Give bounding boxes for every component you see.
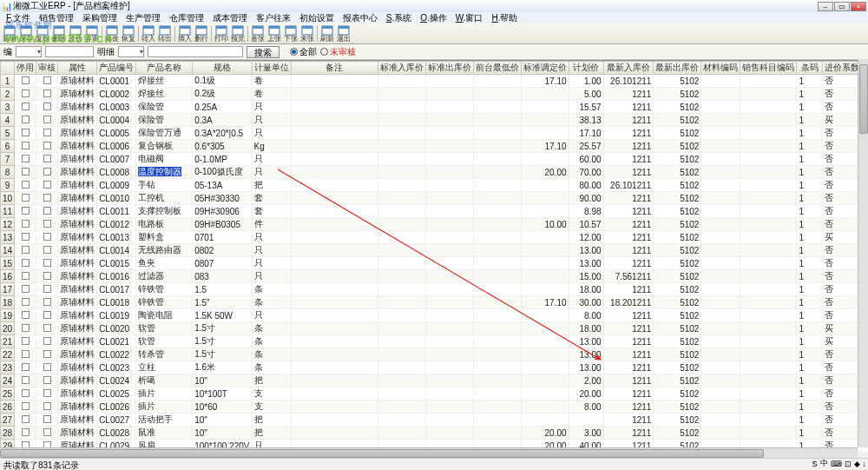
table-row[interactable]: 20原辅材料CL0020软管1.5寸条18.00121151021买 [1,322,869,335]
discard-button[interactable]: 弃审 [84,25,100,43]
table-row[interactable]: 6原辅材料CL0006复合钢板0.6*305Kg17.1025.57121151… [1,140,869,153]
table-row[interactable]: 2原辅材料CL0002焊接丝0.2级卷5.00121151021否 [1,88,869,101]
recover-button[interactable]: 恢复 [121,25,136,43]
menu-item-4[interactable]: 仓库管理 [165,12,208,23]
table-row[interactable]: 15原辅材料CL0015鱼夹0807只13.00121151021否 [1,257,869,270]
tray-icon[interactable]: S [812,460,817,468]
menu-item-5[interactable]: 成本管理 [208,12,252,23]
col-10[interactable]: 标准出库价 [425,62,473,75]
col-0[interactable] [1,62,15,75]
delrow-button[interactable]: 删行 [194,25,209,43]
col-16[interactable]: 材料编码 [701,62,740,75]
menu-item-11[interactable]: W.窗口 [451,12,488,23]
col-9[interactable]: 标准入库价 [378,62,425,75]
close-button[interactable]: × [851,2,866,11]
tray-icon[interactable]: 中 [820,458,828,469]
menu-item-10[interactable]: O.操作 [416,12,451,23]
import-button[interactable]: 转入 [141,25,156,43]
menu-item-2[interactable]: 采购管理 [78,12,122,23]
table-row[interactable]: 25原辅材料CL0025插片10*100T支20.00121151021否 [1,387,869,400]
tray-icon[interactable]: ◆ [854,460,860,468]
col-2[interactable]: 审核 [36,62,58,75]
new-button[interactable]: 新增 [2,25,17,43]
copy-button[interactable]: 复制 [35,25,50,43]
menu-item-0[interactable]: F.文件 [2,12,35,23]
menu-item-6[interactable]: 客户往来 [252,12,295,23]
modify2-button[interactable]: 修改 [104,25,120,43]
filter-dropdown-2[interactable] [118,46,144,57]
table-row[interactable]: 13原辅材料CL0013塑料盒0701只12.00121151021买 [1,231,869,244]
col-13[interactable]: 计划价 [569,62,603,75]
col-18[interactable]: 条码 [797,62,823,75]
table-row[interactable]: 7原辅材料CL0007电磁阀0-1.0MP只60.00121151021否 [1,153,869,166]
table-row[interactable]: 17原辅材料CL0017锌铁管1.5条18.00121151021否 [1,283,869,296]
refresh-button[interactable]: 刷新 [319,25,335,43]
table-row[interactable]: 23原辅材料CL0023立柱1.6米条13.00121151021否 [1,361,869,374]
table-row[interactable]: 26原辅材料CL0026插片10*60支8.00121151021否 [1,400,869,414]
filter-input-2[interactable] [148,46,243,57]
col-1[interactable]: 停用 [15,62,36,75]
col-14[interactable]: 最新入库价 [603,62,654,75]
grid-container[interactable]: 停用审核属性产品编号产品名称规格计量单位备注标准入库价标准出库价前台最低价标准调… [0,60,868,452]
col-4[interactable]: 产品编号 [97,62,136,75]
col-6[interactable]: 规格 [193,62,252,75]
scrollbar-horizontal[interactable] [0,447,858,458]
print-button[interactable]: 打印 [214,25,229,43]
filter-input-1[interactable] [45,46,94,57]
export-button[interactable]: 转出 [157,25,173,43]
table-row[interactable]: 8原辅材料CL0008温度控制器0-100摄氏度只20.0070.0012115… [1,166,869,179]
table-row[interactable]: 21原辅材料CL0021软管1.5寸条13.00121151021买 [1,335,869,348]
table-row[interactable]: 3原辅材料CL0003保险管0.25A只15.57121151021否 [1,101,869,114]
col-12[interactable]: 标准调定价 [521,62,569,75]
table-row[interactable]: 11原辅材料CL0011支撑控制板09H#30906套8.98121151021… [1,205,869,218]
col-3[interactable]: 属性 [58,62,97,75]
last-button[interactable]: 末张 [299,25,315,43]
col-5[interactable]: 产品名称 [136,62,193,75]
prev-button[interactable]: 上张 [266,25,282,43]
table-row[interactable]: 18原辅材料CL0018锌铁管1.5"条17.1030.0018.2012115… [1,296,869,309]
max-button[interactable]: ▭ [834,2,850,11]
menu-item-1[interactable]: 销售管理 [35,12,78,23]
table-row[interactable]: 4原辅材料CL0004保险管0.3A只38.13121151021买 [1,114,869,127]
table-row[interactable]: 22原辅材料CL0022转杀管1.5寸条13.00121151021否 [1,348,869,361]
menu-item-7[interactable]: 初始设置 [295,12,339,23]
table-row[interactable]: 5原辅材料CL0005保险管万通0.3A*20*|0.5只17.10121151… [1,127,869,140]
tray-icon[interactable]: ⊡ [845,460,852,468]
tray-icon[interactable]: ⌨ [831,460,842,468]
data-grid[interactable]: 停用审核属性产品编号产品名称规格计量单位备注标准入库价标准出库价前台最低价标准调… [0,61,868,452]
exit-button[interactable]: 退出 [336,25,352,43]
table-row[interactable]: 1原辅材料CL0001焊接丝0.1级卷17.101.0026.101211510… [1,75,869,88]
menu-item-3[interactable]: 生产管理 [122,12,165,23]
table-row[interactable]: 19原辅材料CL0019陶瓷电阻1.5K 50W只8.00121151021否 [1,309,869,322]
table-row[interactable]: 28原辅材料CL0028鼠准10"把20.003.00121151021否1 [1,427,869,440]
menu-item-8[interactable]: 报表中心 [339,12,382,23]
scrollbar-vertical[interactable] [858,59,868,447]
table-row[interactable]: 14原辅材料CL0014无线路由器0802只13.00121151021否 [1,244,869,257]
modify-button[interactable]: 改价 [68,25,83,43]
table-row[interactable]: 12原辅材料CL0012电路板09H#B0305件10.0010.5712115… [1,218,869,231]
menu-item-9[interactable]: S.系统 [382,12,416,23]
filter-dropdown-1[interactable] [16,46,42,57]
table-row[interactable]: 16原辅材料CL0016过滤器083只15.007.56121151021否 [1,270,869,283]
first-button[interactable]: 首张 [250,25,266,43]
table-row[interactable]: 10原辅材料CL0010工控机05H#30330套90.00121151021否 [1,192,869,205]
menu-item-12[interactable]: H.帮助 [487,12,522,23]
radio-unapproved[interactable] [320,48,328,56]
min-button[interactable]: – [818,2,833,11]
table-row[interactable]: 9原辅材料CL0009手钻05-13A把80.0026.10121151021否… [1,179,869,192]
preview-button[interactable]: 预览 [230,25,246,43]
col-15[interactable]: 最新出库价 [654,62,701,75]
delete-button[interactable]: 删除 [51,25,67,43]
table-row[interactable]: 27原辅材料CL0027活动把手10"把121151021否 [1,414,869,427]
radio-all[interactable] [290,48,298,56]
tray-icon[interactable]: ↓ [863,460,867,468]
insert-button[interactable]: 插入 [177,25,193,43]
col-8[interactable]: 备注 [291,62,378,75]
save-button[interactable]: 保存 [18,25,34,43]
table-row[interactable]: 24原辅材料CL0024析噶10"把2.00121151021否 [1,374,869,387]
col-7[interactable]: 计量单位 [252,62,291,75]
col-17[interactable]: 销售科目编码 [740,62,797,75]
search-button[interactable]: 搜索 [247,46,279,58]
col-19[interactable]: 进价系数 [823,62,862,75]
col-11[interactable]: 前台最低价 [473,62,521,75]
